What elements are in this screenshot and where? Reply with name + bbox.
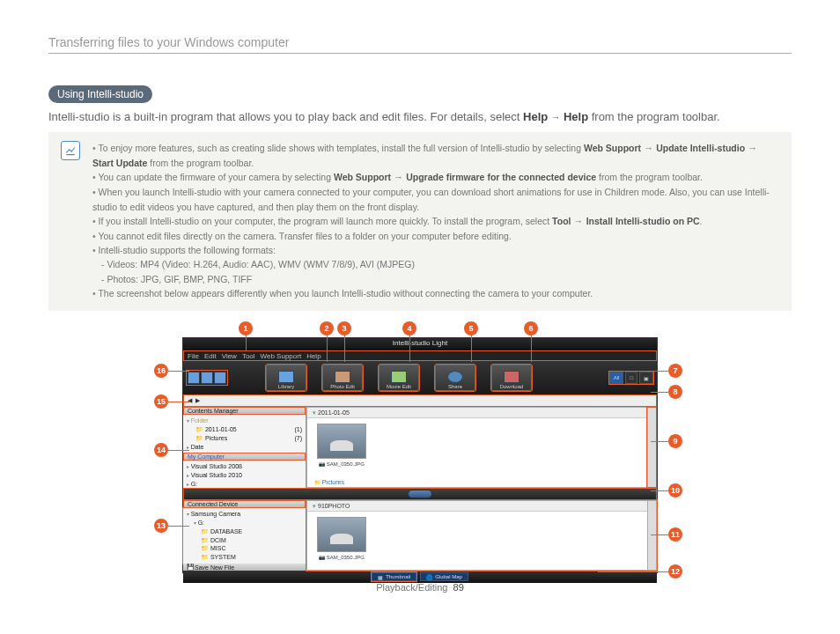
- t: Upgrade firmware for the connected devic…: [406, 172, 596, 182]
- footer-section: Playback/Editing: [376, 582, 447, 593]
- page-header: Transferring files to your Windows compu…: [48, 35, 792, 54]
- callout-6: 6: [524, 321, 538, 335]
- nav-prev-icon[interactable]: ◀: [188, 397, 192, 404]
- tree-row[interactable]: Visual Studio 2008: [187, 462, 302, 471]
- tree-row[interactable]: Samsung Camera: [187, 510, 302, 519]
- thumbnail-item[interactable]: 📷 SAM_0350.JPG: [314, 517, 369, 560]
- date-group-bar[interactable]: 2011-01-05: [307, 408, 656, 418]
- t: Start Update: [92, 158, 147, 168]
- nav-thumbs[interactable]: [188, 372, 226, 384]
- scrollbar[interactable]: [647, 408, 656, 487]
- view-filter-group: All □ ▣: [609, 372, 653, 384]
- callout-14: 14: [154, 443, 168, 457]
- toolbar: Library Photo Edit Movie Edit Share Down…: [183, 361, 657, 394]
- tree-row[interactable]: 📁 2011-01-05 (1): [187, 425, 302, 434]
- folder-group-bar[interactable]: 910PHOTO: [307, 501, 656, 512]
- thumb-nav-group: [187, 371, 227, 385]
- menu-file[interactable]: File: [188, 352, 199, 360]
- t: DATABASE: [210, 528, 242, 534]
- t: SYSTEM: [210, 554, 236, 560]
- nav-thumb[interactable]: [188, 372, 200, 384]
- t: from the program toolbar.: [150, 158, 254, 168]
- download-button[interactable]: Download: [491, 365, 532, 391]
- library-icon: [278, 371, 294, 383]
- t: - Videos: MP4 (Video: H.264, Audio: AAC)…: [92, 257, 779, 271]
- movie-edit-button[interactable]: Movie Edit: [379, 365, 419, 391]
- note-box: To enjoy more features, such as creating…: [48, 132, 792, 311]
- intro-part2: from the program toolbar.: [592, 110, 720, 123]
- tree-row[interactable]: 📁 SYSTEM: [187, 553, 302, 562]
- connected-device-header[interactable]: Connected Device: [183, 500, 306, 508]
- scrollbar[interactable]: [647, 501, 656, 570]
- note-item: You can update the firmware of your came…: [92, 170, 779, 185]
- tree-row[interactable]: G:: [187, 519, 302, 527]
- thumbnail-image: [317, 517, 366, 552]
- thumbnail-caption: 📷 SAM_0350.JPG: [319, 461, 365, 467]
- nav-thumb[interactable]: [201, 372, 213, 384]
- t: Install Intelli-studio on PC: [586, 216, 700, 226]
- filter-movie-button[interactable]: ▣: [639, 372, 653, 384]
- lower-body: Connected Device Samsung Camera G: 📁 DAT…: [183, 500, 657, 571]
- intro-help2: Help: [564, 110, 588, 123]
- tree-row[interactable]: 📁 DATABASE: [187, 527, 302, 536]
- t: DCIM: [210, 537, 226, 543]
- menu-tool[interactable]: Tool: [242, 352, 255, 360]
- tree-row[interactable]: 📁 DCIM: [187, 536, 302, 545]
- contents-tree: Folder 📁 2011-01-05 (1) 📁 Pictures (7) D…: [183, 415, 306, 453]
- t: (7): [294, 434, 302, 443]
- photo-edit-button[interactable]: Photo Edit: [322, 365, 363, 391]
- content-lower: 910PHOTO 📷 SAM_0350.JPG: [306, 500, 657, 571]
- status-bar: ▦ Thumbnail 🌐 Global Map: [183, 571, 657, 583]
- page-footer: Playback/Editing 89: [48, 582, 792, 593]
- menu-edit[interactable]: Edit: [204, 352, 217, 360]
- library-button[interactable]: Library: [266, 365, 306, 391]
- note-item: To enjoy more features, such as creating…: [92, 141, 779, 170]
- intro-text: Intelli-studio is a built-in program tha…: [48, 110, 792, 123]
- nav-bar[interactable]: ◀ ▶: [183, 394, 657, 407]
- t: (1): [294, 425, 302, 434]
- tree-row[interactable]: 📁 Pictures (7): [187, 434, 302, 443]
- note-item: The screenshot below appears differently…: [92, 286, 779, 300]
- filter-all-button[interactable]: All: [609, 372, 624, 384]
- tree-folder[interactable]: Folder: [187, 417, 302, 425]
- save-new-file-button[interactable]: 💾 Save New File: [183, 564, 306, 571]
- tree-row[interactable]: Visual Studio 2010: [187, 471, 302, 480]
- note-item: If you install Intelli-studio on your co…: [92, 214, 779, 229]
- callout-5: 5: [464, 321, 478, 335]
- intro-help1: Help: [523, 110, 548, 123]
- menubar[interactable]: File Edit View Tool Web Support Help: [183, 350, 657, 361]
- t: from the program toolbar.: [599, 172, 703, 182]
- note-icon: [61, 141, 80, 160]
- thumbnail-view-button[interactable]: ▦ Thumbnail: [372, 572, 416, 581]
- menu-help[interactable]: Help: [306, 352, 321, 360]
- t: Save New File: [195, 564, 234, 571]
- global-map-button[interactable]: 🌐 Global Map: [420, 572, 468, 581]
- callout-1: 1: [239, 321, 253, 335]
- callout-15: 15: [154, 394, 168, 409]
- share-button[interactable]: Share: [435, 365, 475, 391]
- collapse-knob-icon[interactable]: [408, 490, 432, 498]
- tree-row[interactable]: G:: [187, 480, 302, 489]
- menu-view[interactable]: View: [222, 352, 237, 360]
- screenshot-wrapper: 1 2 3 4 5 6 7 8 9 10 11 12 16 15 14 13 I…: [147, 328, 693, 575]
- menu-websupport[interactable]: Web Support: [261, 352, 302, 360]
- nav-next-icon[interactable]: ▶: [195, 397, 200, 404]
- thumbnail-item[interactable]: 📷 SAM_0350.JPG: [314, 424, 369, 467]
- nav-thumb[interactable]: [214, 372, 226, 384]
- footer-page-number: 89: [453, 582, 464, 593]
- t: Tool: [552, 216, 571, 226]
- my-computer-header[interactable]: My Computer: [183, 453, 306, 461]
- share-icon: [447, 371, 463, 383]
- arrow-icon: →: [391, 172, 406, 182]
- pictures-link[interactable]: Pictures: [314, 479, 344, 485]
- t: Thumbnail: [386, 574, 410, 579]
- filter-photo-button[interactable]: □: [625, 372, 637, 384]
- tree-date[interactable]: Date: [187, 443, 302, 452]
- contents-manager-header[interactable]: Contents Manager: [183, 407, 306, 415]
- t: Date: [191, 444, 204, 450]
- tree-row[interactable]: 📁 MISC: [187, 544, 302, 553]
- movie-edit-icon: [391, 371, 407, 383]
- arrow-icon: →: [551, 112, 564, 122]
- t: MISC: [210, 545, 226, 551]
- note-item: You cannot edit files directly on the ca…: [92, 229, 779, 243]
